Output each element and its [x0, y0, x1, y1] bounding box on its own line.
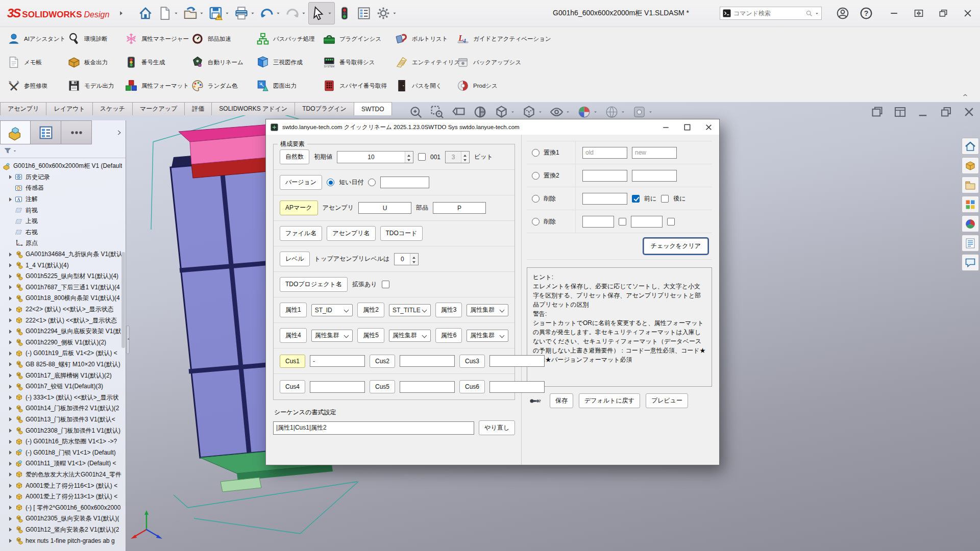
ribbon-button-drawing-out[interactable]: 図面出力: [255, 78, 322, 93]
caret-down-icon[interactable]: [392, 11, 397, 16]
initial-value-spinner[interactable]: [337, 151, 413, 163]
delete2-input-b[interactable]: [631, 216, 663, 228]
caret-down-icon[interactable]: [538, 110, 543, 114]
taskpane-models-tab[interactable]: [962, 157, 979, 174]
minimize-button[interactable]: [882, 0, 906, 27]
taskpane-library-tab[interactable]: [962, 177, 979, 193]
custom-input-1[interactable]: [310, 355, 365, 367]
expand-arrow-icon[interactable]: [8, 175, 14, 179]
attribute-button-1[interactable]: 属性1: [280, 303, 307, 317]
dialog-maximize-button[interactable]: [676, 119, 698, 135]
caret-down-icon[interactable]: [225, 11, 230, 16]
level-spinner[interactable]: [394, 253, 419, 265]
settings-gear-button[interactable]: [374, 2, 399, 24]
restore-button[interactable]: [931, 0, 955, 27]
taskpane-properties-tab[interactable]: [962, 235, 979, 252]
caret-down-icon[interactable]: [250, 11, 255, 16]
tree-item[interactable]: 原点: [2, 238, 126, 249]
expand-arrow-icon[interactable]: [8, 539, 14, 543]
caret-down-icon[interactable]: [174, 11, 179, 16]
tree-root[interactable]: G001h6_600x600x2000m柜 V1 (Default: [2, 161, 126, 172]
custom-button-3[interactable]: Cus3: [459, 355, 485, 368]
expand-arrow-icon[interactable]: [8, 429, 14, 433]
undo-button[interactable]: [257, 2, 283, 24]
delete2-input-a[interactable]: [582, 216, 614, 228]
ribbon-button-three-view[interactable]: 三視図作成: [255, 55, 322, 70]
ribbon-button-model-out[interactable]: モデル出力: [66, 78, 124, 93]
ribbon-button-sheetmetal-out[interactable]: 板金出力: [66, 55, 124, 70]
expand-arrow-icon[interactable]: [8, 362, 14, 366]
replace1-new-input[interactable]: [632, 147, 677, 159]
delete2-checkbox-b[interactable]: [667, 218, 675, 226]
ribbon-button-number-get-sys[interactable]: SYSTEM番号取得シス: [322, 55, 394, 70]
level-input[interactable]: [395, 254, 410, 265]
taskpane-comments-tab[interactable]: [962, 254, 979, 271]
evaluate-list-button[interactable]: [354, 2, 374, 24]
tree-item[interactable]: 22<2> (默认) <<默认>_显示状态: [2, 304, 126, 315]
attribute-dropdown-3[interactable]: 属性集群: [467, 304, 508, 316]
expand-arrow-icon[interactable]: [8, 330, 14, 334]
custom-button-6[interactable]: Cus6: [459, 380, 485, 393]
tree-item[interactable]: G001h12_竖向安装条2 V1(默认)(2: [2, 524, 126, 536]
expand-arrow-icon[interactable]: [8, 506, 14, 510]
caret-down-icon[interactable]: [301, 11, 306, 16]
ribbon-button-part-accel[interactable]: 部品加速: [190, 31, 255, 46]
dialog-close-button[interactable]: [698, 119, 719, 135]
delete1-radio[interactable]: [532, 195, 540, 203]
splitter-grip[interactable]: [126, 325, 130, 354]
tree-scrollbar[interactable]: [121, 252, 125, 348]
ribbon-button-attr-format[interactable]: 属性フォーマット: [124, 78, 190, 93]
redo-button[interactable]: [283, 2, 308, 24]
tree-item[interactable]: A注解: [2, 194, 126, 205]
tab-4[interactable]: マークアップ: [133, 102, 185, 115]
expand-arrow-icon[interactable]: [8, 308, 14, 312]
document-close-icon[interactable]: [962, 105, 976, 119]
custom-button-1[interactable]: Cus1: [280, 355, 305, 368]
expand-arrow-icon[interactable]: [8, 263, 14, 267]
tree-item[interactable]: G001h7687_下后三通1 V1(默认)(4: [2, 282, 126, 293]
tree-item[interactable]: (-) G001h8_门锁 V1<1> (Default): [2, 447, 126, 458]
redo-button[interactable]: やり直し: [479, 420, 515, 435]
tree-item[interactable]: G001h2305_纵向安装条 V1(默认)(: [2, 513, 126, 524]
tree-item[interactable]: A0001爱上了得分116<1> (默认) <: [2, 480, 126, 491]
attribute-dropdown-5[interactable]: 属性集群: [389, 330, 431, 342]
tab-8[interactable]: SWTDO: [354, 102, 392, 115]
delete1-input[interactable]: [582, 193, 627, 205]
custom-input-3[interactable]: [489, 355, 545, 367]
ribbon-button-backup-sys[interactable]: バックアップシス: [455, 55, 585, 70]
after-checkbox[interactable]: [661, 195, 669, 203]
ribbon-button-memo[interactable]: メモ帳: [6, 55, 66, 70]
custom-input-4[interactable]: [310, 381, 365, 393]
tree-item[interactable]: G001h14_门板加强件2 V1(默认)(2: [2, 403, 126, 414]
tree-item[interactable]: hex nuts 1-fine pitch-grades ab g: [2, 535, 126, 546]
tree-item[interactable]: GB 825-88_螺钉 M10×20 V1(默认): [2, 359, 126, 370]
menu-flyout-icon[interactable]: [117, 10, 125, 17]
expand-arrow-icon[interactable]: [8, 352, 14, 356]
tree-item[interactable]: 传感器: [2, 183, 126, 194]
replace2-new-input[interactable]: [632, 170, 677, 182]
tree-item[interactable]: G001h17_底脚槽钢 V1(默认)(2): [2, 370, 126, 381]
short-date-radio[interactable]: [327, 179, 334, 186]
caret-down-icon[interactable]: [593, 110, 598, 114]
dialog-minimize-button[interactable]: [655, 119, 676, 135]
tree-item[interactable]: 前视: [2, 205, 126, 216]
before-checkbox[interactable]: [632, 195, 640, 203]
tab-7[interactable]: TDOプラグイン: [295, 102, 354, 115]
new-document-button[interactable]: [155, 2, 181, 24]
expand-arrow-icon[interactable]: [8, 472, 14, 477]
tree-item[interactable]: 222<1> (默认) <<默认>_显示状态: [2, 315, 126, 326]
command-search[interactable]: [720, 7, 822, 20]
ribbon-button-env-diagnosis[interactable]: 環境診断: [66, 31, 124, 46]
expand-arrow-icon[interactable]: [8, 373, 14, 378]
tree-item[interactable]: G001h5225_纵向型材 V1(默认)(4): [2, 271, 126, 282]
caret-down-icon[interactable]: [327, 11, 332, 16]
search-input[interactable]: [733, 10, 805, 17]
expand-arrow-icon[interactable]: [8, 462, 14, 466]
ribbon-button-guide-activation[interactable]: L4ガイドとアクティベーション: [455, 31, 585, 46]
search-caret-icon[interactable]: [815, 11, 819, 16]
tree-item[interactable]: 1_4 V1(默认)(4): [2, 260, 126, 271]
custom-input-6[interactable]: [489, 381, 545, 393]
ribbon-button-auto-rename[interactable]: 自動リネーム: [190, 55, 255, 70]
replace2-radio[interactable]: [532, 172, 540, 180]
panel-splitter[interactable]: [126, 102, 130, 551]
